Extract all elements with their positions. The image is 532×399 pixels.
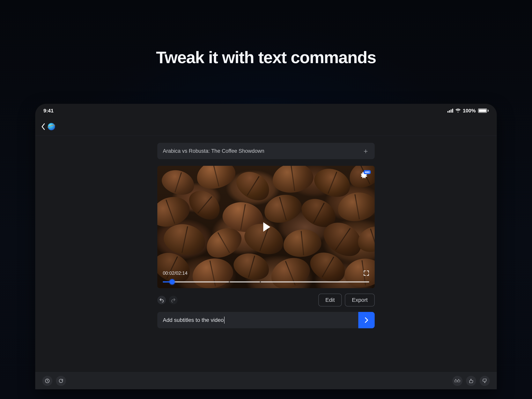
clock-icon (45, 378, 50, 383)
command-input-text: Add subtitles to the video (163, 317, 224, 323)
history-button[interactable] (42, 376, 52, 386)
app-logo[interactable] (48, 123, 55, 130)
cellular-icon (448, 109, 453, 113)
nav-bar (35, 117, 497, 136)
bottom-toolbar (35, 372, 497, 389)
back-button[interactable] (41, 123, 45, 130)
status-bar: 9:41 100% (35, 104, 497, 117)
time-separator: / (174, 270, 176, 276)
status-time: 9:41 (44, 108, 54, 114)
rate-double-button[interactable] (452, 376, 462, 386)
resolution-chip[interactable]: 480 (361, 171, 370, 180)
command-input[interactable]: Add subtitles to the video (157, 312, 358, 328)
thumbs-down-button[interactable] (480, 376, 490, 386)
export-button[interactable]: Export (345, 294, 375, 306)
plus-icon[interactable]: ＋ (362, 148, 369, 154)
project-title-bar[interactable]: Arabica vs Robusta: The Coffee Showdown … (157, 143, 375, 159)
fullscreen-button[interactable] (363, 270, 369, 276)
tablet-frame: 9:41 100% Ar (35, 104, 497, 389)
wifi-icon (456, 109, 461, 113)
headline: Tweak it with text commands (0, 48, 532, 67)
battery-icon (478, 109, 488, 113)
chevron-right-icon (364, 317, 369, 323)
thumbs-up-icon (469, 378, 474, 383)
total-time: 02:14 (176, 270, 188, 276)
redo-button[interactable] (169, 296, 177, 304)
project-title: Arabica vs Robusta: The Coffee Showdown (163, 148, 264, 154)
battery-pct: 100% (463, 108, 476, 114)
undo-button[interactable] (157, 296, 166, 304)
send-button[interactable] (358, 312, 375, 328)
elapsed-time: 00:02 (163, 270, 174, 276)
refresh-icon (58, 378, 63, 383)
play-button[interactable] (261, 222, 271, 232)
thumbs-down-icon (482, 378, 487, 383)
video-preview[interactable]: 480 00:02 / 02:14 (157, 166, 375, 288)
resolution-badge: 480 (364, 170, 371, 174)
double-thumbs-icon (454, 379, 461, 383)
scrubber[interactable] (163, 280, 369, 284)
regenerate-button[interactable] (56, 376, 66, 386)
play-icon (263, 222, 270, 232)
text-caret (224, 317, 225, 324)
thumbs-up-button[interactable] (466, 376, 476, 386)
edit-button[interactable]: Edit (318, 294, 342, 306)
